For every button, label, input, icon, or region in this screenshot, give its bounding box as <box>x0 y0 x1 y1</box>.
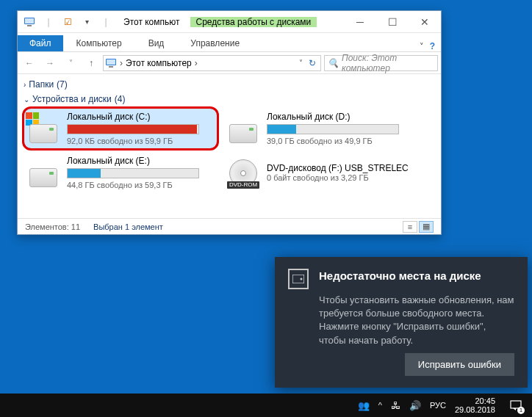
action-center-button[interactable]: 1 <box>504 394 528 417</box>
ribbon-expand-icon[interactable]: ˅ <box>420 42 424 51</box>
svg-rect-1 <box>25 18 34 23</box>
drive-info: Локальный диск (D:)39,0 ГБ свободно из 4… <box>267 112 414 145</box>
status-item-count: Элементов: 11 <box>25 222 80 231</box>
nav-forward-button[interactable]: → <box>41 54 59 72</box>
capacity-bar <box>67 168 199 178</box>
drive-info: Локальный диск (C:)92,0 КБ свободно из 5… <box>67 112 214 145</box>
language-indicator[interactable]: РУС <box>430 401 446 410</box>
hdd-drive-icon <box>27 114 60 143</box>
group-folders-count: (7) <box>57 79 68 90</box>
search-icon: 🔍 <box>328 58 339 68</box>
window-controls: ─ ☐ ✕ <box>344 11 441 32</box>
view-toggle: ≡ ▦ <box>403 221 434 233</box>
drives-grid: Локальный диск (C:)92,0 КБ свободно из 5… <box>24 108 435 193</box>
group-folders-label: Папки <box>29 79 54 90</box>
system-tray: 👥 ^ 🖧 🔊 РУС 20:45 29.08.2018 1 <box>358 394 532 417</box>
tab-view[interactable]: Вид <box>135 35 178 51</box>
drive-free-text: 39,0 ГБ свободно из 49,9 ГБ <box>267 137 414 145</box>
taskbar[interactable]: 👥 ^ 🖧 🔊 РУС 20:45 29.08.2018 1 <box>0 394 532 417</box>
search-placeholder: Поиск: Этот компьютер <box>342 53 434 73</box>
svg-point-7 <box>301 278 303 280</box>
volume-icon[interactable]: 🔊 <box>409 400 421 411</box>
drive-info: Локальный диск (E:)44,8 ГБ свободно из 5… <box>67 156 214 189</box>
hdd-drive-icon <box>227 114 259 143</box>
drive-tools-tab[interactable]: Средства работы с дисками <box>190 17 317 27</box>
tab-file[interactable]: Файл <box>18 35 63 51</box>
nav-back-button[interactable]: ← <box>21 54 38 72</box>
chevron-down-icon: ⌄ <box>24 95 29 104</box>
quick-access-sep: | <box>41 17 56 27</box>
view-tiles-button[interactable]: ▦ <box>419 221 434 233</box>
fix-errors-button[interactable]: Исправить ошибки <box>405 353 514 376</box>
network-icon[interactable]: 🖧 <box>391 400 400 411</box>
group-devices[interactable]: ⌄ Устройства и диски (4) <box>24 92 435 106</box>
address-dropdown-icon[interactable]: ˅ <box>299 59 303 67</box>
svg-rect-6 <box>292 275 304 283</box>
titlebar[interactable]: | ☑ ▾ | Этот компьют Средства работы с д… <box>18 11 441 33</box>
drive-name: Локальный диск (C:) <box>67 112 214 122</box>
clock-time: 20:45 <box>455 396 495 405</box>
nav-recent-dropdown[interactable]: ˅ <box>62 54 79 72</box>
drive-free-text: 0 байт свободно из 3,29 ГБ <box>267 173 414 182</box>
statusbar: Элементов: 11 Выбран 1 элемент ≡ ▦ <box>18 218 441 234</box>
drive-item[interactable]: Локальный диск (C:)92,0 КБ свободно из 5… <box>24 108 218 149</box>
drive-name: Локальный диск (D:) <box>267 112 414 122</box>
clock-date: 29.08.2018 <box>455 405 495 414</box>
svg-rect-5 <box>109 66 113 68</box>
tab-computer[interactable]: Компьютер <box>63 35 135 51</box>
drive-icon <box>288 269 309 289</box>
group-folders[interactable]: › Папки (7) <box>24 77 435 92</box>
drive-free-text: 92,0 КБ свободно из 59,9 ГБ <box>67 137 214 145</box>
breadcrumb-sep[interactable]: › <box>120 58 123 68</box>
this-pc-icon <box>22 16 37 28</box>
taskbar-clock[interactable]: 20:45 29.08.2018 <box>455 396 495 414</box>
drive-name: Локальный диск (E:) <box>67 156 214 166</box>
address-bar[interactable]: › Этот компьютер › ˅ ↻ <box>103 55 321 71</box>
toast-header: Недостаточно места на диске <box>288 269 514 289</box>
people-icon[interactable]: 👥 <box>358 400 370 411</box>
status-selection: Выбран 1 элемент <box>93 222 163 231</box>
titlebar-left: | ☑ ▾ | Этот компьют Средства работы с д… <box>18 11 317 32</box>
capacity-bar <box>267 124 399 134</box>
view-details-button[interactable]: ≡ <box>403 221 417 233</box>
maximize-button[interactable]: ☐ <box>376 11 409 32</box>
toast-text: Недостаточно места на диске <box>319 269 481 283</box>
qa-overflow-icon[interactable]: ▾ <box>79 18 94 26</box>
breadcrumb-sep-2[interactable]: › <box>195 58 198 68</box>
qa-checkbox-icon[interactable]: ☑ <box>60 17 75 27</box>
svg-rect-4 <box>107 59 115 65</box>
drive-info: DVD-дисковод (F:) USB_STRELEC0 байт своб… <box>267 163 414 182</box>
nav-up-button[interactable]: ↑ <box>82 54 100 72</box>
low-disk-toast[interactable]: Недостаточно места на диске Чтобы устано… <box>275 257 528 388</box>
this-pc-icon-small <box>105 57 117 69</box>
search-input[interactable]: 🔍 Поиск: Этот компьютер <box>324 55 438 71</box>
notification-badge: 1 <box>517 407 525 414</box>
svg-rect-2 <box>27 25 32 26</box>
dvd-drive-icon: DVD-ROM <box>227 158 259 187</box>
drive-item[interactable]: Локальный диск (E:)44,8 ГБ свободно из 5… <box>24 152 218 193</box>
group-devices-count: (4) <box>115 94 126 104</box>
close-button[interactable]: ✕ <box>409 11 441 32</box>
drive-item[interactable]: DVD-ROMDVD-дисковод (F:) USB_STRELEC0 ба… <box>223 152 417 193</box>
file-explorer-window: | ☑ ▾ | Этот компьют Средства работы с д… <box>17 10 442 235</box>
tab-manage[interactable]: Управление <box>177 35 253 51</box>
refresh-button[interactable]: ↻ <box>306 58 319 68</box>
hdd-drive-icon <box>27 158 60 187</box>
window-title: Этот компьют <box>118 17 186 27</box>
breadcrumb-root[interactable]: Этот компьютер <box>126 58 192 68</box>
ribbon-tabs: Файл Компьютер Вид Управление ˅ ? <box>18 33 441 52</box>
address-row: ← → ˅ ↑ › Этот компьютер › ˅ ↻ 🔍 Поиск: … <box>18 52 441 74</box>
capacity-bar <box>67 124 199 134</box>
toast-title: Недостаточно места на диске <box>319 269 481 283</box>
help-icon[interactable]: ? <box>430 41 435 51</box>
drive-free-text: 44,8 ГБ свободно из 59,3 ГБ <box>67 181 214 189</box>
quick-access-sep-2: | <box>98 17 113 27</box>
chevron-right-icon: › <box>24 81 26 89</box>
group-devices-label: Устройства и диски <box>32 94 112 104</box>
ribbon-right: ˅ ? <box>420 41 441 51</box>
content-pane[interactable]: › Папки (7) ⌄ Устройства и диски (4) Лок… <box>18 74 441 218</box>
tray-overflow-icon[interactable]: ^ <box>378 401 382 410</box>
minimize-button[interactable]: ─ <box>344 11 376 32</box>
drive-name: DVD-дисковод (F:) USB_STRELEC <box>267 163 414 173</box>
drive-item[interactable]: Локальный диск (D:)39,0 ГБ свободно из 4… <box>223 108 417 149</box>
